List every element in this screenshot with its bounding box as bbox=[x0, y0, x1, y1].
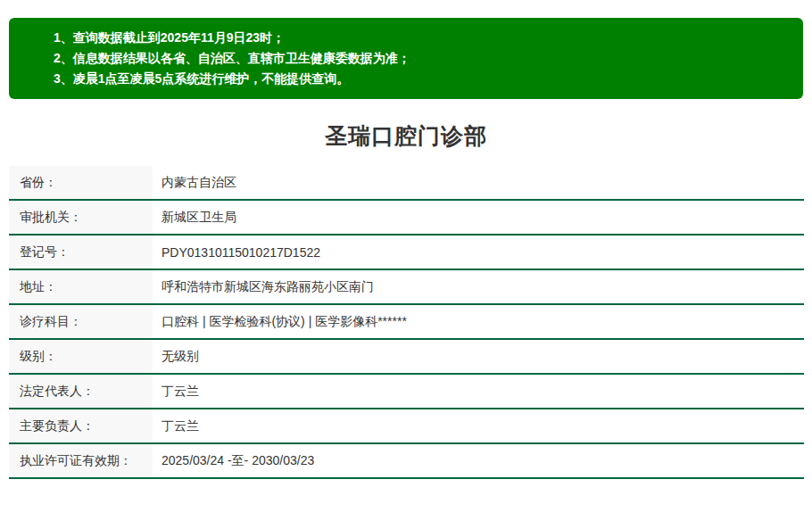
table-row: 执业许可证有效期： 2025/03/24 -至- 2030/03/23 bbox=[9, 444, 804, 479]
detail-value: 内蒙古自治区 bbox=[153, 166, 804, 199]
detail-value: 呼和浩特市新城区海东路丽苑小区南门 bbox=[153, 270, 804, 303]
table-row: 诊疗科目： 口腔科 | 医学检验科(协议) | 医学影像科****** bbox=[9, 305, 804, 340]
table-row: 地址： 呼和浩特市新城区海东路丽苑小区南门 bbox=[9, 270, 804, 305]
detail-label: 诊疗科目： bbox=[9, 305, 153, 338]
table-row: 主要负责人： 丁云兰 bbox=[9, 409, 804, 444]
table-row: 级别： 无级别 bbox=[9, 340, 804, 375]
detail-label: 级别： bbox=[9, 340, 153, 373]
notice-line-3: 3、凌晨1点至凌晨5点系统进行维护，不能提供查询。 bbox=[54, 69, 785, 89]
detail-label: 地址： bbox=[9, 270, 153, 303]
detail-value: 无级别 bbox=[153, 340, 804, 373]
detail-label: 登记号： bbox=[9, 236, 153, 269]
notice-line-1: 1、查询数据截止到2025年11月9日23时； bbox=[54, 28, 785, 48]
detail-value: 2025/03/24 -至- 2030/03/23 bbox=[153, 444, 804, 477]
table-row: 省份： 内蒙古自治区 bbox=[9, 166, 804, 201]
detail-label: 执业许可证有效期： bbox=[9, 444, 153, 477]
institution-details-table: 省份： 内蒙古自治区 审批机关： 新城区卫生局 登记号： PDY01310115… bbox=[9, 166, 804, 479]
table-row: 审批机关： 新城区卫生局 bbox=[9, 201, 804, 236]
page-title: 圣瑞口腔门诊部 bbox=[0, 121, 812, 151]
detail-value: 丁云兰 bbox=[153, 375, 804, 408]
detail-value: 口腔科 | 医学检验科(协议) | 医学影像科****** bbox=[153, 305, 804, 338]
table-row: 法定代表人： 丁云兰 bbox=[9, 375, 804, 409]
detail-value: 丁云兰 bbox=[153, 409, 804, 442]
detail-value: 新城区卫生局 bbox=[153, 201, 804, 234]
notice-line-2: 2、信息数据结果以各省、自治区、直辖市卫生健康委数据为准； bbox=[54, 48, 785, 69]
detail-label: 法定代表人： bbox=[9, 375, 153, 408]
detail-value: PDY01310115010217D1522 bbox=[153, 236, 804, 269]
notice-banner: 1、查询数据截止到2025年11月9日23时； 2、信息数据结果以各省、自治区、… bbox=[9, 18, 803, 99]
detail-label: 审批机关： bbox=[9, 201, 153, 234]
detail-label: 主要负责人： bbox=[9, 409, 153, 442]
table-row: 登记号： PDY01310115010217D1522 bbox=[9, 236, 804, 270]
detail-label: 省份： bbox=[9, 166, 153, 199]
